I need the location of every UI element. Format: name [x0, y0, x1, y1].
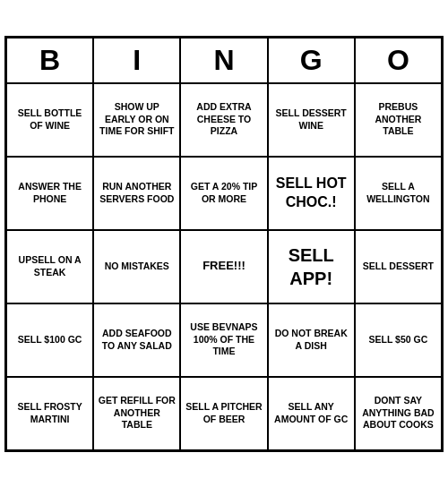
- bingo-cell-9: Sell A Wellington: [355, 157, 442, 230]
- bingo-cell-1: SHOW UP EARLY OR ON TIME FOR SHIFT: [93, 83, 180, 157]
- bingo-cell-14: SELL DESSERT: [355, 230, 442, 303]
- header-letter-B: B: [6, 38, 93, 83]
- bingo-cell-19: SELL $50 GC: [355, 303, 442, 377]
- bingo-cell-3: SELL DESSERT WINE: [268, 83, 355, 157]
- bingo-cell-4: PREBUS ANOTHER TABLE: [355, 83, 442, 157]
- bingo-cell-18: DO NOT BREAK A DISH: [268, 303, 355, 377]
- header-letter-N: N: [180, 38, 267, 83]
- bingo-cell-15: SELL $100 GC: [6, 303, 93, 377]
- bingo-cell-8: SELL HOT CHOC.!: [268, 157, 355, 230]
- bingo-cell-20: SELL Frosty MARTINI: [6, 377, 93, 450]
- bingo-cell-22: SELL A PITCHER OF BEER: [180, 377, 267, 450]
- bingo-cell-12: FREE!!!: [180, 230, 267, 303]
- bingo-header: BINGO: [6, 38, 442, 83]
- header-letter-O: O: [355, 38, 442, 83]
- bingo-cell-10: UPSELL ON A STEAK: [6, 230, 93, 303]
- bingo-grid: SELL BOTTLE OF WINESHOW UP EARLY OR ON T…: [6, 83, 442, 450]
- bingo-cell-11: NO MISTAKES: [93, 230, 180, 303]
- header-letter-I: I: [93, 38, 180, 83]
- bingo-cell-2: ADD EXTRA CHEESE TO PIZZA: [180, 83, 267, 157]
- bingo-cell-5: ANSWER THE PHONE: [6, 157, 93, 230]
- bingo-cell-21: GET REFILL FOR ANOTHER TABLE: [93, 377, 180, 450]
- bingo-cell-23: SELL ANY AMOUNT OF GC: [268, 377, 355, 450]
- bingo-cell-6: RUN ANOTHER SERVERS FOOD: [93, 157, 180, 230]
- header-letter-G: G: [268, 38, 355, 83]
- bingo-cell-7: GET A 20% TIP OR MORE: [180, 157, 267, 230]
- bingo-cell-13: SELL APP!: [268, 230, 355, 303]
- bingo-cell-17: USE BEVNAPS 100% OF THE TIME: [180, 303, 267, 377]
- bingo-card: BINGO SELL BOTTLE OF WINESHOW UP EARLY O…: [4, 36, 444, 452]
- bingo-cell-0: SELL BOTTLE OF WINE: [6, 83, 93, 157]
- bingo-cell-24: DONT SAY ANYTHING BAD ABOUT COOKS: [355, 377, 442, 450]
- bingo-cell-16: ADD SEAFOOD TO ANY SALAD: [93, 303, 180, 377]
